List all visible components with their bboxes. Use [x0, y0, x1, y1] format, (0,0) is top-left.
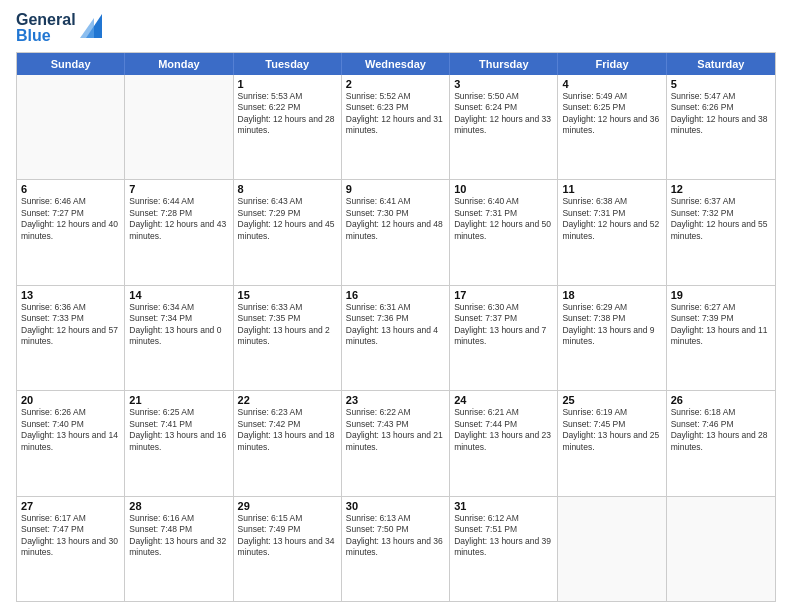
cell-info: Sunrise: 6:33 AM Sunset: 7:35 PM Dayligh… — [238, 302, 337, 348]
calendar-cell: 30Sunrise: 6:13 AM Sunset: 7:50 PM Dayli… — [342, 497, 450, 601]
cell-info: Sunrise: 6:46 AM Sunset: 7:27 PM Dayligh… — [21, 196, 120, 242]
day-number: 29 — [238, 500, 337, 512]
calendar-cell — [667, 497, 775, 601]
day-number: 4 — [562, 78, 661, 90]
cell-info: Sunrise: 6:22 AM Sunset: 7:43 PM Dayligh… — [346, 407, 445, 453]
day-number: 16 — [346, 289, 445, 301]
logo-icon — [80, 10, 102, 42]
header: General Blue — [16, 12, 776, 44]
calendar-cell: 3Sunrise: 5:50 AM Sunset: 6:24 PM Daylig… — [450, 75, 558, 179]
cell-info: Sunrise: 6:40 AM Sunset: 7:31 PM Dayligh… — [454, 196, 553, 242]
calendar: SundayMondayTuesdayWednesdayThursdayFrid… — [16, 52, 776, 602]
day-number: 8 — [238, 183, 337, 195]
calendar-cell: 26Sunrise: 6:18 AM Sunset: 7:46 PM Dayli… — [667, 391, 775, 495]
calendar-row-2: 6Sunrise: 6:46 AM Sunset: 7:27 PM Daylig… — [17, 179, 775, 284]
calendar-cell: 1Sunrise: 5:53 AM Sunset: 6:22 PM Daylig… — [234, 75, 342, 179]
calendar-cell: 2Sunrise: 5:52 AM Sunset: 6:23 PM Daylig… — [342, 75, 450, 179]
day-number: 10 — [454, 183, 553, 195]
cell-info: Sunrise: 6:25 AM Sunset: 7:41 PM Dayligh… — [129, 407, 228, 453]
calendar-cell: 12Sunrise: 6:37 AM Sunset: 7:32 PM Dayli… — [667, 180, 775, 284]
calendar-cell — [17, 75, 125, 179]
cell-info: Sunrise: 6:43 AM Sunset: 7:29 PM Dayligh… — [238, 196, 337, 242]
cell-info: Sunrise: 6:34 AM Sunset: 7:34 PM Dayligh… — [129, 302, 228, 348]
day-number: 12 — [671, 183, 771, 195]
calendar-cell: 8Sunrise: 6:43 AM Sunset: 7:29 PM Daylig… — [234, 180, 342, 284]
calendar-cell: 17Sunrise: 6:30 AM Sunset: 7:37 PM Dayli… — [450, 286, 558, 390]
day-number: 31 — [454, 500, 553, 512]
day-number: 2 — [346, 78, 445, 90]
weekday-header-sunday: Sunday — [17, 53, 125, 75]
calendar-row-5: 27Sunrise: 6:17 AM Sunset: 7:47 PM Dayli… — [17, 496, 775, 601]
day-number: 27 — [21, 500, 120, 512]
cell-info: Sunrise: 6:27 AM Sunset: 7:39 PM Dayligh… — [671, 302, 771, 348]
calendar-cell: 10Sunrise: 6:40 AM Sunset: 7:31 PM Dayli… — [450, 180, 558, 284]
logo: General Blue — [16, 12, 102, 44]
day-number: 22 — [238, 394, 337, 406]
cell-info: Sunrise: 6:18 AM Sunset: 7:46 PM Dayligh… — [671, 407, 771, 453]
cell-info: Sunrise: 6:19 AM Sunset: 7:45 PM Dayligh… — [562, 407, 661, 453]
calendar-cell: 22Sunrise: 6:23 AM Sunset: 7:42 PM Dayli… — [234, 391, 342, 495]
day-number: 21 — [129, 394, 228, 406]
calendar-cell: 19Sunrise: 6:27 AM Sunset: 7:39 PM Dayli… — [667, 286, 775, 390]
cell-info: Sunrise: 6:23 AM Sunset: 7:42 PM Dayligh… — [238, 407, 337, 453]
cell-info: Sunrise: 6:13 AM Sunset: 7:50 PM Dayligh… — [346, 513, 445, 559]
day-number: 3 — [454, 78, 553, 90]
cell-info: Sunrise: 6:37 AM Sunset: 7:32 PM Dayligh… — [671, 196, 771, 242]
cell-info: Sunrise: 6:12 AM Sunset: 7:51 PM Dayligh… — [454, 513, 553, 559]
weekday-header-saturday: Saturday — [667, 53, 775, 75]
day-number: 1 — [238, 78, 337, 90]
cell-info: Sunrise: 6:17 AM Sunset: 7:47 PM Dayligh… — [21, 513, 120, 559]
calendar-cell: 5Sunrise: 5:47 AM Sunset: 6:26 PM Daylig… — [667, 75, 775, 179]
cell-info: Sunrise: 5:49 AM Sunset: 6:25 PM Dayligh… — [562, 91, 661, 137]
calendar-cell: 21Sunrise: 6:25 AM Sunset: 7:41 PM Dayli… — [125, 391, 233, 495]
weekday-header-monday: Monday — [125, 53, 233, 75]
day-number: 20 — [21, 394, 120, 406]
calendar-cell: 25Sunrise: 6:19 AM Sunset: 7:45 PM Dayli… — [558, 391, 666, 495]
weekday-header-thursday: Thursday — [450, 53, 558, 75]
day-number: 30 — [346, 500, 445, 512]
cell-info: Sunrise: 6:41 AM Sunset: 7:30 PM Dayligh… — [346, 196, 445, 242]
day-number: 26 — [671, 394, 771, 406]
day-number: 5 — [671, 78, 771, 90]
day-number: 7 — [129, 183, 228, 195]
day-number: 17 — [454, 289, 553, 301]
calendar-cell — [558, 497, 666, 601]
day-number: 23 — [346, 394, 445, 406]
calendar-cell: 7Sunrise: 6:44 AM Sunset: 7:28 PM Daylig… — [125, 180, 233, 284]
weekday-header-friday: Friday — [558, 53, 666, 75]
day-number: 13 — [21, 289, 120, 301]
calendar-cell: 15Sunrise: 6:33 AM Sunset: 7:35 PM Dayli… — [234, 286, 342, 390]
calendar-cell: 18Sunrise: 6:29 AM Sunset: 7:38 PM Dayli… — [558, 286, 666, 390]
cell-info: Sunrise: 5:52 AM Sunset: 6:23 PM Dayligh… — [346, 91, 445, 137]
day-number: 28 — [129, 500, 228, 512]
cell-info: Sunrise: 6:36 AM Sunset: 7:33 PM Dayligh… — [21, 302, 120, 348]
day-number: 15 — [238, 289, 337, 301]
cell-info: Sunrise: 6:21 AM Sunset: 7:44 PM Dayligh… — [454, 407, 553, 453]
calendar-cell: 31Sunrise: 6:12 AM Sunset: 7:51 PM Dayli… — [450, 497, 558, 601]
calendar-cell: 27Sunrise: 6:17 AM Sunset: 7:47 PM Dayli… — [17, 497, 125, 601]
calendar-body: 1Sunrise: 5:53 AM Sunset: 6:22 PM Daylig… — [17, 75, 775, 601]
calendar-cell: 20Sunrise: 6:26 AM Sunset: 7:40 PM Dayli… — [17, 391, 125, 495]
logo-blue: Blue — [16, 28, 76, 44]
calendar-cell: 23Sunrise: 6:22 AM Sunset: 7:43 PM Dayli… — [342, 391, 450, 495]
weekday-header-tuesday: Tuesday — [234, 53, 342, 75]
svg-marker-1 — [80, 18, 94, 38]
cell-info: Sunrise: 6:26 AM Sunset: 7:40 PM Dayligh… — [21, 407, 120, 453]
cell-info: Sunrise: 5:50 AM Sunset: 6:24 PM Dayligh… — [454, 91, 553, 137]
calendar-cell: 6Sunrise: 6:46 AM Sunset: 7:27 PM Daylig… — [17, 180, 125, 284]
day-number: 14 — [129, 289, 228, 301]
calendar-cell: 13Sunrise: 6:36 AM Sunset: 7:33 PM Dayli… — [17, 286, 125, 390]
page: General Blue SundayMondayTuesdayWednesda… — [0, 0, 792, 612]
cell-info: Sunrise: 6:44 AM Sunset: 7:28 PM Dayligh… — [129, 196, 228, 242]
calendar-header: SundayMondayTuesdayWednesdayThursdayFrid… — [17, 53, 775, 75]
weekday-header-wednesday: Wednesday — [342, 53, 450, 75]
calendar-cell: 9Sunrise: 6:41 AM Sunset: 7:30 PM Daylig… — [342, 180, 450, 284]
calendar-cell: 28Sunrise: 6:16 AM Sunset: 7:48 PM Dayli… — [125, 497, 233, 601]
cell-info: Sunrise: 6:30 AM Sunset: 7:37 PM Dayligh… — [454, 302, 553, 348]
calendar-cell: 16Sunrise: 6:31 AM Sunset: 7:36 PM Dayli… — [342, 286, 450, 390]
calendar-cell: 24Sunrise: 6:21 AM Sunset: 7:44 PM Dayli… — [450, 391, 558, 495]
calendar-row-1: 1Sunrise: 5:53 AM Sunset: 6:22 PM Daylig… — [17, 75, 775, 179]
cell-info: Sunrise: 5:53 AM Sunset: 6:22 PM Dayligh… — [238, 91, 337, 137]
day-number: 9 — [346, 183, 445, 195]
calendar-cell: 4Sunrise: 5:49 AM Sunset: 6:25 PM Daylig… — [558, 75, 666, 179]
